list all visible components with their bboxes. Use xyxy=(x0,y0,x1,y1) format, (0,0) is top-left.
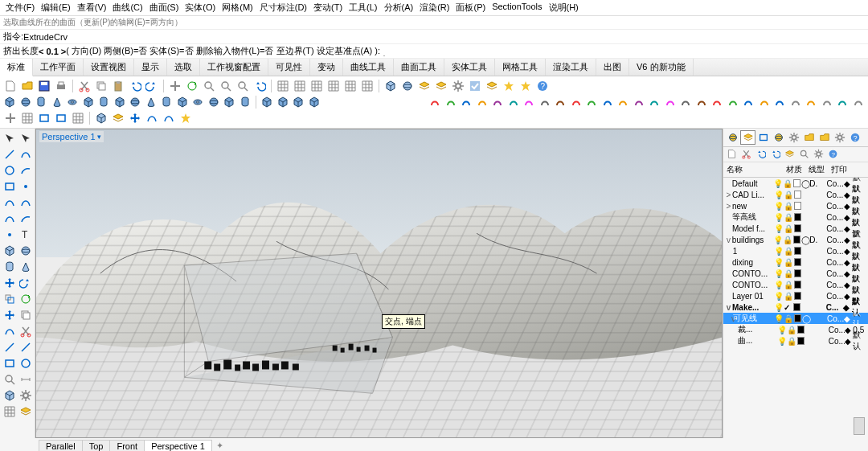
lightbulb-icon[interactable]: 💡 xyxy=(777,326,787,334)
layer-linetype[interactable]: Co... xyxy=(829,337,845,346)
lock-icon[interactable]: 🔒 xyxy=(784,258,793,267)
toolbar-button[interactable] xyxy=(223,95,236,109)
lock-icon[interactable]: 🔒 xyxy=(783,179,792,188)
toolbar-button[interactable] xyxy=(2,307,17,322)
toolbar-tab[interactable]: 渲染工具 xyxy=(546,59,596,76)
layer-linetype[interactable]: Co... xyxy=(826,213,843,222)
layer-row[interactable]: Layer 01 💡 🔒 Co... ◆ 默认 xyxy=(723,290,868,301)
toolbar-button[interactable] xyxy=(2,243,17,258)
lightbulb-icon[interactable]: 💡 xyxy=(774,258,784,267)
toolbar-tab[interactable]: 工作平面 xyxy=(33,59,84,76)
toolbar-button[interactable] xyxy=(18,130,33,146)
lock-icon[interactable]: 🔒 xyxy=(787,337,796,346)
lock-icon[interactable]: 🔒 xyxy=(787,326,796,334)
menu-item[interactable]: 曲面(S) xyxy=(147,1,182,14)
toolbar-button[interactable] xyxy=(2,211,17,226)
lock-icon[interactable]: 🔒 xyxy=(784,224,793,233)
layer-color-swatch[interactable] xyxy=(794,213,801,221)
panel-tab[interactable] xyxy=(786,130,801,145)
layer-row[interactable]: v Make... 💡 ✓ C... ◆ 默认 xyxy=(723,301,868,313)
diamond-icon[interactable]: ◆ xyxy=(844,314,853,323)
viewport-tab[interactable]: Top xyxy=(82,440,111,451)
menu-item[interactable]: 工具(L) xyxy=(346,1,379,14)
layer-color-swatch[interactable] xyxy=(794,292,801,300)
diamond-icon[interactable]: ◆ xyxy=(844,224,853,233)
layer-expand-icon[interactable]: v xyxy=(725,314,733,323)
toolbar-tab[interactable]: 出图 xyxy=(596,59,629,76)
toolbar-button[interactable] xyxy=(434,79,448,93)
layer-name[interactable]: 裁... xyxy=(738,324,777,335)
lightbulb-icon[interactable]: 💡 xyxy=(773,236,783,244)
lock-icon[interactable]: 🔒 xyxy=(784,281,793,289)
toolbar-button[interactable] xyxy=(2,130,17,146)
panel-tool-button[interactable] xyxy=(784,149,796,160)
toolbar-button[interactable] xyxy=(71,111,85,125)
toolbar-button[interactable] xyxy=(185,79,199,93)
toolbar-tab[interactable]: 工作视窗配置 xyxy=(200,59,268,76)
menu-item[interactable]: 查看(V) xyxy=(75,1,109,14)
lightbulb-icon[interactable]: 💡 xyxy=(774,247,784,256)
layer-name[interactable]: 曲... xyxy=(738,335,777,346)
toolbar-button[interactable] xyxy=(18,387,33,403)
toolbar-button[interactable] xyxy=(191,95,205,109)
layer-color-swatch[interactable] xyxy=(797,326,805,334)
toolbar-button[interactable] xyxy=(145,95,158,109)
toolbar-button[interactable] xyxy=(160,95,174,109)
layer-row[interactable]: 曲... 💡 🔒 Co... ◆ 默认 xyxy=(723,335,868,346)
toolbar-button[interactable] xyxy=(400,79,415,93)
toolbar-tab[interactable]: 曲线工具 xyxy=(343,59,394,76)
layer-color-swatch[interactable] xyxy=(794,314,801,322)
layer-linetype[interactable]: C... xyxy=(826,303,844,312)
layer-color-swatch[interactable] xyxy=(793,236,800,244)
diamond-icon[interactable]: ◆ xyxy=(844,292,853,301)
toolbar-button[interactable] xyxy=(343,79,358,93)
toolbar-button[interactable] xyxy=(428,95,442,109)
layer-color-swatch[interactable] xyxy=(794,191,801,199)
toolbar-button[interactable] xyxy=(292,95,305,109)
viewport-tab[interactable]: Parallel xyxy=(39,440,83,451)
toolbar-button[interactable] xyxy=(18,339,33,355)
diamond-icon[interactable]: ◆ xyxy=(843,303,852,312)
toolbar-button[interactable] xyxy=(648,95,661,109)
toolbar-button[interactable] xyxy=(460,95,473,109)
layer-name[interactable]: Default xyxy=(732,179,773,188)
layer-linetype[interactable]: Co... xyxy=(826,224,843,233)
layer-name[interactable]: CONTO... xyxy=(732,269,774,278)
lightbulb-icon[interactable]: 💡 xyxy=(774,202,784,211)
toolbar-tab[interactable]: 变动 xyxy=(310,59,343,76)
layer-color-swatch[interactable] xyxy=(794,269,801,277)
lock-icon[interactable]: 🔒 xyxy=(783,236,792,244)
layer-name[interactable]: buildings xyxy=(732,236,773,244)
layer-name[interactable]: CONTO... xyxy=(732,281,774,289)
layer-row[interactable]: v 可见线 💡 🔒 ◯ Co... ◆ 默认 xyxy=(723,313,868,324)
toolbar-button[interactable] xyxy=(307,95,321,109)
toolbar-button[interactable] xyxy=(260,95,274,109)
layer-color-swatch[interactable] xyxy=(797,337,805,345)
toolbar-button[interactable]: T xyxy=(18,227,33,242)
panel-tab[interactable] xyxy=(817,130,832,145)
menu-item[interactable]: 渲染(R) xyxy=(417,1,452,14)
toolbar-tab[interactable]: 选取 xyxy=(167,59,200,76)
toolbar-button[interactable] xyxy=(18,146,33,162)
layer-row[interactable]: Default 💡 🔒 ◯ D. Co... ◆ 默认 xyxy=(723,178,868,189)
toolbar-button[interactable] xyxy=(202,79,216,93)
layer-row[interactable]: > new 💡 🔒 Co... ◆ 默认 xyxy=(723,200,868,211)
toolbar-button[interactable] xyxy=(94,111,108,125)
toolbar-button[interactable] xyxy=(2,146,17,162)
panel-tool-button[interactable] xyxy=(770,149,781,160)
layer-hdr-linetype[interactable]: 线型 xyxy=(809,164,831,175)
viewport-title[interactable]: Perspective 1 ▾ xyxy=(39,131,104,142)
command-input[interactable] xyxy=(383,46,385,56)
layer-name[interactable]: Make... xyxy=(732,303,774,312)
lightbulb-icon[interactable]: 💡 xyxy=(777,337,787,346)
lightbulb-icon[interactable]: 💡 xyxy=(774,224,784,233)
toolbar-button[interactable] xyxy=(18,195,33,210)
layer-row[interactable]: Model f... 💡 🔒 Co... ◆ 默认 xyxy=(723,223,868,234)
perspective-viewport[interactable]: Perspective 1 ▾ xyxy=(35,129,723,438)
panel-tool-button[interactable] xyxy=(799,149,810,160)
layer-row[interactable]: > CAD Li... 💡 🔒 Co... ◆ 默认 xyxy=(723,189,868,200)
toolbar-tab[interactable]: 标准 xyxy=(0,59,33,76)
layer-name[interactable]: Model f... xyxy=(732,224,774,233)
layer-print[interactable]: 默认 xyxy=(853,330,868,352)
diamond-icon[interactable]: ◆ xyxy=(844,258,853,267)
